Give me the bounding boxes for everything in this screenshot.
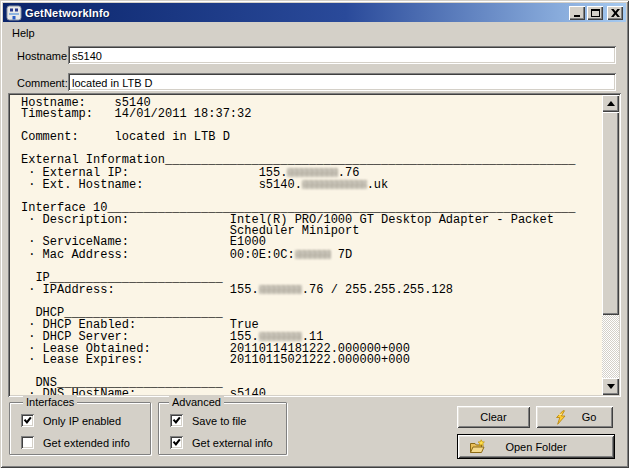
console-line: · Mac Address: 00:0E:0C: 7D — [21, 249, 600, 261]
get-external-info-row: Get external info — [170, 436, 273, 449]
console-text: Hostname: s5140Timestamp: 14/01/2011 18:… — [10, 95, 602, 395]
clear-button-label: Clear — [480, 411, 506, 423]
hostname-input[interactable] — [68, 46, 616, 64]
save-to-file-row: Save to file — [170, 414, 246, 427]
vertical-scrollbar[interactable] — [602, 95, 619, 395]
go-button-label: Go — [582, 411, 597, 423]
console-line: · DNS HostName: s5140 — [21, 389, 600, 395]
minimize-icon — [574, 15, 580, 17]
redacted-text — [302, 180, 367, 189]
interfaces-group-title: Interfaces — [23, 396, 77, 408]
window-title: GetNetworkInfo — [25, 7, 110, 19]
console-line: · Ext. Hostname: s5140..uk — [21, 179, 600, 191]
getnetworkinfo-window: GetNetworkInfo Help Hostname: Comment: H… — [0, 0, 629, 468]
only-ip-enabled-row: Only IP enabled — [21, 414, 121, 427]
get-extended-info-checkbox[interactable] — [21, 436, 34, 449]
maximize-button[interactable] — [587, 6, 603, 20]
get-extended-info-row: Get extended info — [21, 436, 130, 449]
console-line: · IPAddress: 155..76 / 255.255.255.128 — [21, 284, 600, 296]
get-extended-info-label[interactable]: Get extended info — [43, 437, 130, 449]
open-folder-button[interactable]: Open Folder — [457, 434, 615, 459]
scroll-up-button[interactable] — [602, 95, 619, 112]
minimize-button[interactable] — [569, 6, 585, 20]
app-icon[interactable] — [6, 5, 22, 21]
open-folder-button-label: Open Folder — [505, 441, 566, 453]
console-line: Timestamp: 14/01/2011 18:37:32 — [21, 109, 600, 120]
network-info-output[interactable]: Hostname: s5140Timestamp: 14/01/2011 18:… — [8, 93, 621, 397]
comment-label: Comment: — [17, 77, 68, 89]
scrollbar-thumb[interactable] — [602, 112, 619, 315]
redacted-text — [259, 285, 302, 294]
up-arrow-icon — [607, 101, 615, 106]
caption-buttons — [569, 6, 623, 20]
get-external-info-checkbox[interactable] — [170, 436, 183, 449]
advanced-group: Advanced Save to file Get external info — [158, 402, 287, 455]
only-ip-enabled-checkbox[interactable] — [21, 414, 34, 427]
close-button[interactable] — [607, 6, 623, 20]
maximize-icon — [591, 9, 600, 17]
redacted-text — [295, 250, 331, 259]
redacted-text — [259, 332, 302, 341]
redacted-text — [287, 168, 337, 177]
title-bar[interactable]: GetNetworkInfo — [3, 3, 626, 22]
comment-input[interactable] — [68, 73, 616, 91]
go-button[interactable]: Go — [536, 406, 613, 428]
console-line: Comment: located in LTB D — [21, 132, 600, 143]
advanced-group-title: Advanced — [169, 396, 224, 408]
get-external-info-label[interactable]: Get external info — [192, 437, 273, 449]
down-arrow-icon — [607, 384, 615, 389]
console-line: · Lease Expires: 20110115021222.000000+0… — [21, 355, 600, 366]
scroll-down-button[interactable] — [602, 378, 619, 395]
open-folder-star-icon — [469, 439, 486, 455]
console-line: External Information____________________… — [21, 155, 600, 166]
lightning-bolt-icon — [553, 410, 568, 425]
menu-help[interactable]: Help — [5, 25, 42, 41]
hostname-label: Hostname: — [17, 50, 70, 62]
clear-button[interactable]: Clear — [457, 406, 530, 428]
menu-bar: Help — [5, 24, 42, 41]
interfaces-group: Interfaces Only IP enabled Get extended … — [9, 402, 151, 455]
close-icon — [611, 9, 620, 17]
save-to-file-label[interactable]: Save to file — [192, 415, 246, 427]
save-to-file-checkbox[interactable] — [170, 414, 183, 427]
only-ip-enabled-label[interactable]: Only IP enabled — [43, 415, 121, 427]
